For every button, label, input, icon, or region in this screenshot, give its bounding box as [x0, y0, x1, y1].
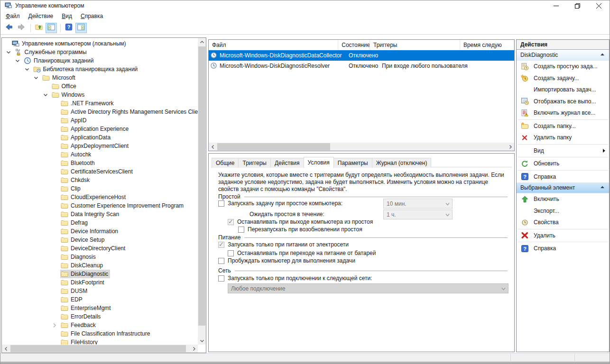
tree-item-body[interactable]: DeviceDirectoryClient [60, 244, 127, 253]
tree-item-certificateservicesclient[interactable]: CertificateServicesClient [2, 167, 198, 176]
action-справка[interactable]: ?Справка [517, 243, 609, 255]
collapse-arrow-icon[interactable] [600, 52, 605, 59]
tree-item-body[interactable]: File Classification Infrastructure [60, 329, 152, 338]
action-включить-журнал-все[interactable]: Включить журнал все... [517, 107, 609, 119]
actions-group-header-diskdiagnostic[interactable]: DiskDiagnostic [517, 50, 609, 61]
tree-item-active-directory-rights-management-services-client[interactable]: Active Directory Rights Management Servi… [2, 108, 198, 116]
scroll-down-icon[interactable] [198, 337, 206, 345]
tree-item-body[interactable]: CloudExperienceHost [60, 193, 128, 201]
tree-item-filehistory[interactable]: FileHistory [2, 338, 198, 345]
tree-item-body[interactable]: DiskDiagnostic [60, 270, 110, 278]
action-создать-папку[interactable]: Создать папку... [517, 120, 609, 132]
tree-horizontal-scrollbar[interactable] [2, 345, 198, 353]
tree-item-планировщик-заданий[interactable]: Планировщик заданий [2, 56, 198, 65]
tab-триггеры[interactable]: Триггеры [238, 158, 271, 168]
checkbox-unchecked[interactable] [238, 227, 244, 233]
tree-item-body[interactable]: Autochk [60, 150, 93, 159]
tree-item-appxdeploymentclient[interactable]: AppxDeploymentClient [2, 142, 198, 150]
checkbox-unchecked[interactable] [228, 250, 234, 256]
restore-button[interactable] [567, 0, 588, 11]
menu-файл[interactable]: Файл [1, 11, 24, 21]
tree-item-diskdiagnostic[interactable]: DiskDiagnostic [2, 270, 198, 278]
tree-item-errordetails[interactable]: ErrorDetails [2, 312, 198, 321]
tree-item-body[interactable]: Clip [60, 184, 83, 193]
tree-item-body[interactable]: Data Integrity Scan [60, 210, 121, 218]
tree-item-body[interactable]: Device Information [60, 227, 120, 236]
action-справка[interactable]: ?Справка [517, 171, 609, 183]
tree-item-data-integrity-scan[interactable]: Data Integrity Scan [2, 210, 198, 218]
scroll-up-icon[interactable] [198, 38, 206, 46]
tree-item-body[interactable]: Device Setup [60, 236, 106, 244]
tree-item-dusm[interactable]: DUSM [2, 287, 198, 295]
tree-item-devicedirectoryclient[interactable]: DeviceDirectoryClient [2, 244, 198, 253]
tree-item-body[interactable]: EDP [60, 295, 84, 304]
action-включить[interactable]: Включить [517, 193, 609, 205]
collapse-arrow-icon[interactable] [600, 184, 605, 191]
column-header-1[interactable]: Файл [209, 40, 338, 50]
tree-closed-chevron-icon[interactable] [51, 321, 58, 329]
tree-item-file-classification-infrastructure[interactable]: File Classification Infrastructure [2, 329, 198, 338]
tree-item-body[interactable]: Defrag [60, 218, 90, 227]
tree-item-body[interactable]: AppID [60, 116, 88, 125]
actions-group-header-выбранный-элемент[interactable]: Выбранный элемент [517, 182, 609, 193]
tree-item-body[interactable]: Office [51, 82, 78, 91]
tree-item-body[interactable]: Windows [51, 91, 87, 99]
checkbox-unchecked[interactable] [218, 275, 224, 282]
tree-item-body[interactable]: Планировщик заданий [23, 56, 95, 65]
tree-item-body[interactable]: EnterpriseMgmt [60, 304, 113, 312]
tree-item-defrag[interactable]: Defrag [2, 218, 198, 227]
scroll-left-icon[interactable] [2, 345, 10, 353]
tree-item-body[interactable]: CertificateServicesClient [60, 167, 135, 176]
action-вид[interactable]: Вид [517, 145, 609, 157]
checkbox-unchecked[interactable] [218, 200, 224, 207]
menu-вид[interactable]: Вид [57, 11, 76, 21]
console-tree-button[interactable] [46, 23, 57, 33]
tree-item-body[interactable]: Diagnosis [60, 253, 98, 261]
tree-item-body[interactable]: DiskCleanup [60, 261, 105, 270]
menu-действие[interactable]: Действие [24, 11, 58, 21]
column-header-3[interactable]: Триггеры [370, 40, 460, 50]
tree-item-windows[interactable]: Windows [2, 91, 198, 99]
action-отображать-все-выпо[interactable]: Отображать все выпо... [517, 96, 609, 108]
forward-button[interactable] [16, 23, 27, 33]
tree-item-управление-компьютером-локальным-[interactable]: Управление компьютером (локальным) [2, 39, 198, 48]
tree-item-customer-experience-improvement-program[interactable]: Customer Experience Improvement Program [2, 201, 198, 210]
tree-item-diagnosis[interactable]: Diagnosis [2, 253, 198, 261]
tree-item-body[interactable]: Customer Experience Improvement Program [60, 201, 185, 210]
tree-item-body[interactable]: FileHistory [60, 338, 100, 345]
tree-vscroll-thumb[interactable] [198, 46, 205, 326]
tab-журнал-отключен-[interactable]: Журнал (отключен) [372, 158, 432, 168]
tree-item-diskfootprint[interactable]: DiskFootprint [2, 278, 198, 287]
action-обновить[interactable]: Обновить [517, 158, 609, 170]
tree-item-office[interactable]: Office [2, 82, 198, 91]
column-header-4[interactable]: Время следую [460, 40, 514, 50]
tab-действия[interactable]: Действия [270, 158, 304, 168]
action-свойства[interactable]: Свойства [517, 217, 609, 228]
tree-item-body[interactable]: Управление компьютером (локальным) [11, 39, 128, 48]
action-экспорт[interactable]: Экспорт... [517, 205, 609, 217]
action-удалить[interactable]: Удалить [517, 230, 609, 242]
scroll-right-icon[interactable] [190, 345, 198, 353]
tree-open-chevron-icon[interactable] [23, 65, 31, 73]
tree-open-chevron-icon[interactable] [5, 48, 12, 56]
tree-item-device-setup[interactable]: Device Setup [2, 236, 198, 244]
action-создать-задачу[interactable]: Создать задачу... [517, 73, 609, 84]
tab-условия[interactable]: Условия [304, 157, 334, 168]
checkbox-unchecked[interactable] [218, 258, 224, 264]
tree-item-body[interactable]: Chkdsk [60, 176, 92, 184]
tree-item-body[interactable]: .NET Framework [60, 99, 115, 108]
tree-item-chkdsk[interactable]: Chkdsk [2, 176, 198, 184]
tree-item-autochk[interactable]: Autochk [2, 150, 198, 159]
minimize-button[interactable] [545, 0, 567, 11]
tree-item-body[interactable]: DUSM [60, 287, 89, 295]
tree-item-cloudexperiencehost[interactable]: CloudExperienceHost [2, 193, 198, 201]
tree-item-body[interactable]: ErrorDetails [60, 312, 102, 321]
tree-item-clip[interactable]: Clip [2, 184, 198, 193]
back-button[interactable] [3, 23, 15, 33]
tree-vertical-scrollbar[interactable] [198, 38, 206, 345]
tree-item-applicationdata[interactable]: ApplicationData [2, 133, 198, 142]
help-toolbar-button[interactable]: ? [63, 23, 74, 33]
tree-item-body[interactable]: DiskFootprint [60, 278, 106, 287]
tree-item-служебные-программы[interactable]: Служебные программы [2, 48, 198, 56]
tree-item-edp[interactable]: EDP [2, 295, 198, 304]
